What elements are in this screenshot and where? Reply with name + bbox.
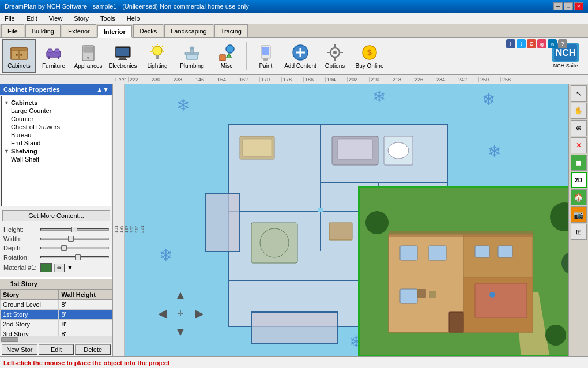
toolbar-electronics[interactable]: Electronics xyxy=(106,39,140,73)
material-color-swatch[interactable] xyxy=(40,263,52,272)
3d-view-button[interactable]: 🏠 xyxy=(571,189,587,205)
menu-bar: File Edit View Story Tools Help xyxy=(0,13,588,24)
menu-story[interactable]: Story xyxy=(71,14,91,23)
social-instagram[interactable]: ig xyxy=(537,39,546,48)
toolbar-paint[interactable]: Paint xyxy=(249,39,282,73)
grid-button[interactable]: ⊞ xyxy=(571,224,587,240)
delete-tool-button[interactable]: ✕ xyxy=(571,137,587,153)
tab-decks[interactable]: Decks xyxy=(133,24,164,37)
toolbar-lighting[interactable]: Lighting xyxy=(141,39,174,73)
social-facebook[interactable]: f xyxy=(506,39,515,48)
tree-large-counter[interactable]: Large Counter xyxy=(2,107,111,115)
svg-rect-90 xyxy=(429,291,436,298)
story-row-2nd[interactable]: 2nd Story 8' xyxy=(1,320,112,329)
get-more-content-button[interactable]: Get More Content... xyxy=(2,210,110,221)
story-ground-height: 8' xyxy=(59,300,112,310)
menu-tools[interactable]: Tools xyxy=(98,14,118,23)
story-scrollbar[interactable] xyxy=(0,336,112,343)
edit-story-button[interactable]: Edit xyxy=(39,344,74,355)
material-edit-button[interactable]: ✏ xyxy=(54,264,65,272)
story-panel: ─ 1st Story Story Wall Height Ground Lev… xyxy=(0,277,112,356)
toolbar-buy-online[interactable]: $ Buy Online xyxy=(353,39,386,73)
menu-file[interactable]: File xyxy=(2,14,17,23)
pan-right-button[interactable]: ▶ xyxy=(190,305,208,322)
svg-rect-80 xyxy=(475,246,489,257)
minimize-button[interactable]: ─ xyxy=(553,2,563,10)
ruler-tick: 162 xyxy=(238,77,259,82)
tab-exterior[interactable]: Exterior xyxy=(62,24,96,37)
canvas-area[interactable]: 149 157 165 173 181 189 197 205 213 221 … xyxy=(113,84,568,356)
story-row-1st[interactable]: 1st Story 8' xyxy=(1,310,112,320)
camera-button[interactable]: 📷 xyxy=(571,206,587,223)
tree-shelving[interactable]: ▼ Shelving xyxy=(2,147,111,155)
material-expand-icon[interactable]: ▼ xyxy=(67,264,73,271)
delete-story-button[interactable]: Delete xyxy=(75,344,111,355)
story-header[interactable]: ─ 1st Story xyxy=(0,277,112,290)
cabinet-tree[interactable]: ▼ Cabinets Large Counter Counter Chest o… xyxy=(1,96,111,206)
story-row-ground[interactable]: Ground Level 8' xyxy=(1,300,112,310)
status-message: Left-click the mouse to place the object… xyxy=(3,359,170,366)
close-button[interactable]: ✕ xyxy=(574,2,583,10)
toolbar-appliances[interactable]: Appliances xyxy=(71,39,105,73)
depth-slider[interactable] xyxy=(40,247,109,249)
width-slider[interactable] xyxy=(40,238,109,240)
color-tool-button[interactable]: ◼ xyxy=(571,155,587,171)
properties-area: Height: Width: Depth: Rotation: xyxy=(0,224,112,277)
toolbar-options[interactable]: Options xyxy=(318,39,352,73)
svg-point-30 xyxy=(226,45,234,53)
story-2nd-height: 8' xyxy=(59,320,112,329)
toolbar-cabinets[interactable]: Cabinets xyxy=(2,39,36,73)
tab-tracing[interactable]: Tracing xyxy=(214,24,248,37)
floor-plan[interactable]: ❄ ❄ ❄ ❄ ❄ ❄ ❄ xyxy=(125,84,568,356)
help-icon[interactable]: ? xyxy=(558,39,567,48)
social-google[interactable]: G xyxy=(527,39,536,48)
v-ruler-tick: 189 xyxy=(119,212,124,234)
menu-help[interactable]: Help xyxy=(125,14,142,23)
tree-wall-shelf[interactable]: Wall Shelf xyxy=(2,155,111,163)
pan-controls[interactable]: ▲ ◀ ✛ ▶ ▼ xyxy=(153,286,208,340)
toolbar-furniture[interactable]: Furniture xyxy=(37,39,70,73)
tab-interior[interactable]: Interior xyxy=(97,25,132,38)
pan-up-button[interactable]: ▲ xyxy=(172,286,189,303)
mini-map[interactable] xyxy=(358,186,568,356)
story-row-3rd[interactable]: 3rd Story 8' xyxy=(1,329,112,336)
pan-left-button[interactable]: ◀ xyxy=(153,305,171,322)
pan-down-button[interactable]: ▼ xyxy=(172,323,189,340)
tab-file[interactable]: File xyxy=(1,24,24,37)
2d-view-button[interactable]: 2D xyxy=(571,172,587,188)
tab-building[interactable]: Building xyxy=(25,24,61,37)
social-linkedin[interactable]: in xyxy=(548,39,557,48)
height-slider[interactable] xyxy=(40,228,109,231)
plumbing-label: Plumbing xyxy=(180,63,204,69)
rotation-slider[interactable] xyxy=(40,256,109,258)
svg-rect-78 xyxy=(429,246,446,260)
misc-icon xyxy=(217,43,236,62)
tree-counter[interactable]: Counter xyxy=(2,115,111,123)
tree-chest-of-drawers[interactable]: Chest of Drawers xyxy=(2,123,111,131)
zoom-tool-button[interactable]: ⊕ xyxy=(571,120,587,136)
menu-view[interactable]: View xyxy=(47,14,65,23)
cursor-tool-button[interactable]: ↖ xyxy=(571,85,587,102)
toolbar-misc[interactable]: Misc xyxy=(210,39,243,73)
story-table-container[interactable]: Story Wall Height Ground Level 8' 1st St… xyxy=(0,290,112,336)
toolbar-add-content[interactable]: Add Content xyxy=(284,39,317,73)
hand-tool-button[interactable]: ✋ xyxy=(571,103,587,119)
pan-center-button[interactable]: ✛ xyxy=(172,305,189,322)
tree-end-stand[interactable]: End Stand xyxy=(2,139,111,147)
svg-rect-14 xyxy=(116,48,129,56)
expand-icon: ▼ xyxy=(4,148,9,154)
toolbar-plumbing[interactable]: Plumbing xyxy=(175,39,209,73)
menu-edit[interactable]: Edit xyxy=(24,14,40,23)
ruler-tick: 186 xyxy=(303,77,325,82)
tab-landscaping[interactable]: Landscaping xyxy=(164,24,213,37)
new-story-button[interactable]: New Stor xyxy=(2,344,37,355)
ruler-tick: 242 xyxy=(457,77,478,82)
tree-shelving-label: Shelving xyxy=(11,148,37,155)
tree-bureau[interactable]: Bureau xyxy=(2,131,111,139)
svg-rect-65 xyxy=(329,223,352,240)
story-2nd-name: 2nd Story xyxy=(1,320,59,329)
tree-cabinets[interactable]: ▼ Cabinets xyxy=(2,99,111,107)
maximize-button[interactable]: □ xyxy=(564,2,573,10)
svg-rect-8 xyxy=(48,56,50,59)
social-twitter[interactable]: t xyxy=(517,39,526,48)
